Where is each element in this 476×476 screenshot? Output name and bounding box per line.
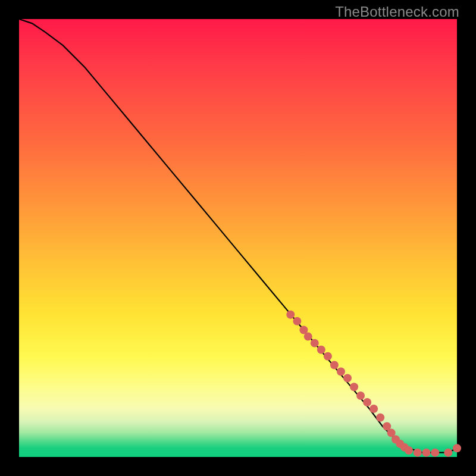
highlight-point (422, 449, 430, 457)
chart-frame: TheBottleneck.com (0, 0, 476, 476)
highlight-point (324, 352, 332, 361)
plot-area (19, 19, 457, 457)
highlight-point (304, 333, 312, 341)
highlight-point (369, 405, 378, 413)
bottleneck-curve (19, 19, 457, 453)
highlight-point (431, 449, 439, 457)
highlight-point (414, 449, 422, 457)
highlight-point (453, 444, 461, 452)
highlight-points (286, 311, 461, 457)
highlight-point (330, 361, 339, 369)
highlight-point (317, 346, 325, 354)
highlight-point (363, 398, 371, 406)
highlight-point (286, 311, 295, 319)
highlight-point (293, 317, 301, 325)
highlight-point (337, 367, 345, 375)
chart-svg (19, 19, 457, 457)
watermark-text: TheBottleneck.com (335, 4, 459, 20)
highlight-point (376, 414, 384, 422)
highlight-point (356, 392, 365, 400)
highlight-point (350, 383, 358, 391)
highlight-point (405, 446, 413, 455)
highlight-point (311, 339, 319, 347)
highlight-point (343, 374, 352, 383)
highlight-point (444, 449, 452, 457)
